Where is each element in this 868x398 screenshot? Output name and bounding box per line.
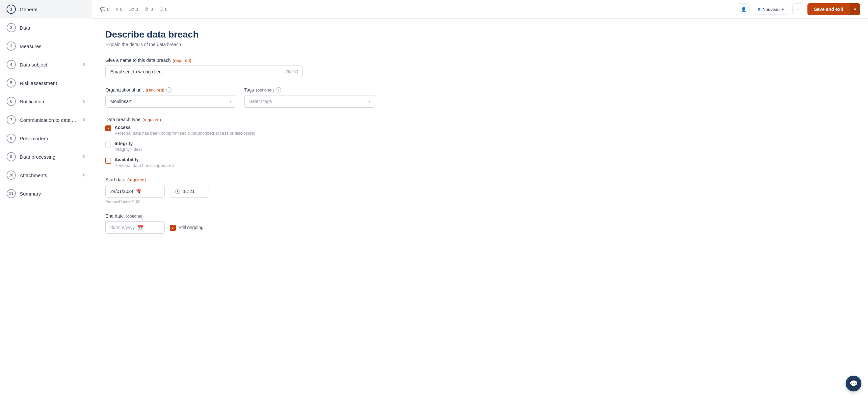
- sidebar-item-communication[interactable]: 7 Communication to data ... 0: [0, 111, 92, 129]
- sidebar-item-label: Post-mortem: [20, 135, 48, 141]
- comment-count: 0: [107, 7, 109, 12]
- breach-type-access-item: Access Personal data has been compromise…: [105, 125, 855, 135]
- still-ongoing-item: Still ongoing: [170, 224, 204, 231]
- access-checkbox[interactable]: [105, 125, 111, 131]
- badge-communication: 0: [83, 118, 85, 122]
- start-date-section: Start date (required) 24/01/2024 📅 🕐 11:…: [105, 177, 855, 204]
- check-count-item[interactable]: ☑ 0: [160, 7, 167, 12]
- main-panel: 💬 0 ≡ 0 ⎇ 0 ⏱ 0 ☑ 0 👤: [92, 0, 868, 398]
- step-number-4: 4: [7, 60, 16, 69]
- status-indicator: [758, 8, 761, 10]
- name-label: Give a name to this data breach (require…: [105, 58, 855, 63]
- sidebar-item-attachments[interactable]: 10 Attachments 0: [0, 166, 92, 184]
- breach-type-availability-item: Availability Personal data has disappear…: [105, 157, 855, 168]
- step-number-5: 5: [7, 78, 16, 88]
- sidebar-item-data-processing[interactable]: 9 Data processing 0: [0, 148, 92, 166]
- tags-label: Tags (optional) i: [244, 87, 375, 92]
- start-date-label: Start date (required): [105, 177, 855, 182]
- clock-icon: ⏱: [145, 7, 149, 12]
- sidebar-item-data-subject[interactable]: 4 Data subject 0: [0, 55, 92, 74]
- org-unit-select[interactable]: Moulinsart ▾: [105, 95, 236, 108]
- step-number-7: 7: [7, 115, 16, 124]
- step-number-11: 11: [7, 189, 16, 198]
- name-input[interactable]: Email sent to wrong client 26/250: [105, 65, 303, 78]
- access-desc: Personal data has been compromised (unau…: [115, 131, 256, 135]
- assign-button[interactable]: 👤: [738, 3, 749, 15]
- access-label: Access: [115, 125, 256, 130]
- start-date-input[interactable]: 24/01/2024 📅: [105, 185, 164, 197]
- topbar-icons: 💬 0 ≡ 0 ⎇ 0 ⏱ 0 ☑ 0: [100, 7, 167, 12]
- still-ongoing-checkbox[interactable]: [170, 225, 176, 231]
- branch-icon: ⎇: [129, 7, 134, 12]
- sidebar-item-label: Notification: [20, 99, 44, 104]
- status-button[interactable]: Nouveau ▾: [753, 4, 789, 15]
- org-unit-col: Organizational unit (required) i Moulins…: [105, 87, 236, 108]
- clock-count-item[interactable]: ⏱ 0: [145, 7, 153, 12]
- branch-count: 0: [135, 7, 138, 12]
- chat-widget[interactable]: 💬: [846, 376, 861, 391]
- availability-label: Availability: [115, 157, 174, 162]
- breach-type-integrity-item: Integrity Integrity - desc: [105, 141, 855, 152]
- sidebar-item-risk-assessment[interactable]: 5 Risk assessment: [0, 74, 92, 92]
- integrity-desc: Integrity - desc: [115, 147, 143, 152]
- end-date-optional-badge: (optional): [126, 214, 144, 219]
- org-unit-info-icon[interactable]: i: [166, 87, 172, 92]
- person-icon: 👤: [741, 7, 747, 12]
- sidebar-item-label: Measures: [20, 43, 41, 49]
- badge-data-subject: 0: [83, 62, 85, 67]
- tags-info-icon[interactable]: i: [276, 87, 281, 92]
- name-section: Give a name to this data breach (require…: [105, 58, 855, 78]
- availability-desc: Personal data has disappeared: [115, 163, 174, 168]
- badge-attachments: 0: [83, 173, 85, 178]
- tags-select[interactable]: Select tags ▾: [244, 95, 375, 108]
- char-count: 26/250: [286, 69, 298, 74]
- check-count: 0: [165, 7, 167, 12]
- status-label: Nouveau: [762, 7, 779, 12]
- sidebar-item-label: Attachments: [20, 173, 47, 178]
- save-exit-main-button[interactable]: Save and exit: [807, 3, 850, 15]
- next-arrow-button[interactable]: →: [792, 3, 804, 15]
- arrow-right-icon: →: [796, 7, 800, 12]
- branch-count-item[interactable]: ⎇ 0: [129, 7, 138, 12]
- topbar: 💬 0 ≡ 0 ⎇ 0 ⏱ 0 ☑ 0 👤: [92, 0, 868, 19]
- sidebar-item-label: General: [20, 7, 37, 12]
- integrity-label-group: Integrity Integrity - desc: [115, 141, 143, 152]
- timezone-label: Europe/Paris+01:00: [105, 200, 855, 204]
- availability-checkbox[interactable]: [105, 158, 111, 163]
- sidebar-item-label: Data: [20, 25, 30, 31]
- clock-icon: 🕐: [175, 189, 180, 194]
- step-number-9: 9: [7, 152, 16, 161]
- calendar-icon: 📅: [137, 225, 143, 230]
- end-date-input[interactable]: dd/mm/yyyy 📅: [105, 221, 164, 234]
- integrity-checkbox[interactable]: [105, 142, 111, 148]
- list-count-item[interactable]: ≡ 0: [116, 7, 122, 12]
- end-date-section: End date (optional) dd/mm/yyyy 📅 Still o…: [105, 213, 855, 234]
- start-time-input[interactable]: 🕐 11:21: [170, 185, 209, 197]
- end-date-placeholder: dd/mm/yyyy: [110, 225, 135, 230]
- step-number-8: 8: [7, 134, 16, 143]
- badge-data-processing: 0: [83, 154, 85, 159]
- breach-type-label: Data breach type (required): [105, 117, 855, 122]
- sidebar-item-post-mortem[interactable]: 8 Post-mortem: [0, 129, 92, 148]
- sidebar-item-label: Communication to data ...: [20, 117, 76, 123]
- chevron-down-icon: ▾: [782, 7, 784, 12]
- calendar-icon: 📅: [136, 189, 142, 194]
- page-subtitle: Explain the details of the data breach: [105, 42, 855, 47]
- step-number-6: 6: [7, 97, 16, 106]
- sidebar-item-label: Data processing: [20, 154, 55, 160]
- sidebar-item-data[interactable]: 2 Data: [0, 19, 92, 37]
- start-date-required-badge: (required): [127, 178, 146, 182]
- comment-count-item[interactable]: 💬 0: [100, 7, 109, 12]
- sidebar-item-measures[interactable]: 3 Measures: [0, 37, 92, 55]
- check-icon: ☑: [160, 7, 164, 12]
- clock-count: 0: [150, 7, 153, 12]
- chevron-down-icon: ▾: [368, 99, 370, 104]
- sidebar-item-notification[interactable]: 6 Notification 0: [0, 92, 92, 111]
- breach-type-required-badge: (required): [143, 117, 161, 122]
- save-exit-button-group: Save and exit ▾: [807, 3, 861, 15]
- sidebar-item-summary[interactable]: 11 Summary: [0, 184, 92, 203]
- save-exit-dropdown-button[interactable]: ▾: [850, 3, 860, 15]
- sidebar-item-general[interactable]: 1 General: [0, 0, 92, 19]
- end-date-label: End date (optional): [105, 213, 855, 219]
- integrity-label: Integrity: [115, 141, 143, 146]
